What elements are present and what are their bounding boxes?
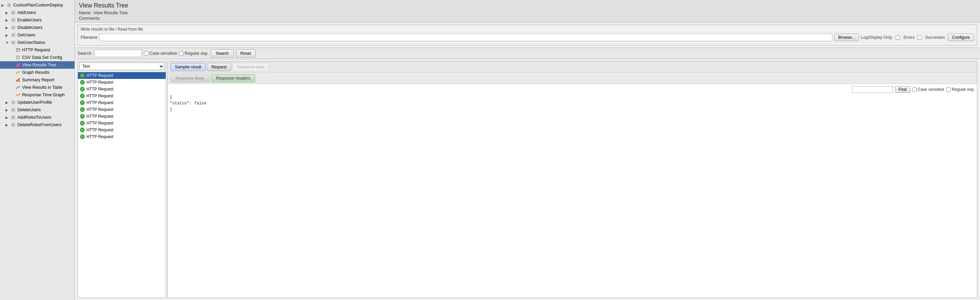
main-content: View Results Tree Name: View Results Tre… [75, 0, 980, 300]
find-case-sensitive-label: Case sensitive [912, 87, 944, 92]
response-content: Find Case sensitive Regular exp. { "stat… [168, 84, 977, 298]
svg-point-14 [13, 117, 14, 118]
request-item[interactable]: ✓HTTP Request [78, 106, 166, 113]
folder-icon [6, 2, 12, 8]
chart4-icon [15, 92, 21, 98]
gear-icon [10, 32, 16, 38]
sidebar-item-csv-data-set[interactable]: CSV Data Set Config [0, 54, 75, 61]
svg-point-0 [8, 5, 10, 6]
sidebar-item-http-request[interactable]: HTTP Request [0, 46, 75, 54]
sidebar-item-get-user-status[interactable]: ▼GetUserStatus [0, 39, 75, 46]
search-input[interactable] [94, 50, 142, 57]
request-item[interactable]: ✓HTTP Request [78, 79, 166, 86]
gear-icon [10, 40, 16, 46]
expand-arrow: ▶ [5, 11, 10, 14]
log-display-label: Log/Display Only: [861, 35, 893, 40]
request-item[interactable]: ✓HTTP Request [78, 113, 166, 120]
sidebar-item-add-roles-to-users[interactable]: ▶AddRolesToUsers [0, 114, 75, 121]
page-title-bar: View Results Tree Name: View Results Tre… [75, 0, 980, 22]
tab-sampler-result[interactable]: Sampler result [170, 63, 205, 71]
file-section: Write results to file / Read from file F… [78, 24, 977, 46]
request-label: HTTP Request [86, 87, 113, 92]
case-sensitive-label: Case sensitive [144, 51, 177, 56]
request-item[interactable]: ✓HTTP Request [78, 120, 166, 127]
filename-input[interactable] [99, 34, 832, 41]
request-label: HTTP Request [86, 80, 113, 85]
sidebar-item-delete-roles-from-users[interactable]: ▶DeleteRolesFromUsers [0, 121, 75, 129]
find-button[interactable]: Find [895, 86, 910, 93]
sidebar-item-get-users[interactable]: ▶GetUsers [0, 31, 75, 39]
find-input[interactable] [852, 86, 893, 93]
sidebar-item-response-time-graph[interactable]: Response Time Graph [0, 91, 75, 98]
comments-label: Comments: [79, 16, 101, 21]
tab-response-data[interactable]: Response data [232, 63, 269, 71]
view-type-select[interactable]: TextHTMLJSONXMLRendered HTML [79, 63, 164, 70]
request-item[interactable]: ✓HTTP Request [78, 86, 166, 92]
gear-icon [10, 122, 16, 128]
sidebar-label: CustosPlanCustomDeploy [13, 3, 63, 8]
browse-button[interactable]: Browse... [834, 34, 859, 41]
request-item[interactable]: ✓HTTP Request [78, 99, 166, 106]
sub-tab-response-headers[interactable]: Response headers [211, 74, 256, 82]
errors-checkbox[interactable] [896, 35, 900, 40]
chart-icon [15, 69, 21, 76]
svg-rect-9 [16, 80, 17, 82]
sidebar-item-enable-users[interactable]: ▶EnableUsers [0, 16, 75, 24]
search-button[interactable]: Search [211, 49, 234, 57]
find-regular-exp-label: Regular exp. [946, 87, 975, 92]
sub-tab-response-body[interactable]: Response Body [170, 74, 210, 82]
sidebar-item-custos-plan[interactable]: ▶CustosPlanCustomDeploy [0, 2, 75, 9]
sidebar-item-add-users[interactable]: ▶AddUsers [0, 9, 75, 16]
sidebar-item-view-results-tree[interactable]: View Results Tree [0, 61, 75, 69]
request-label: HTTP Request [86, 107, 113, 112]
sidebar-label: AddUsers [18, 10, 36, 15]
request-label: HTTP Request [86, 73, 113, 78]
successes-checkbox[interactable] [917, 35, 922, 40]
tab-request[interactable]: Request [207, 63, 231, 71]
sidebar-label: HTTP Request [22, 48, 50, 52]
sidebar-label: DeleteRolesFromUsers [18, 122, 62, 127]
svg-point-13 [13, 109, 14, 111]
request-item[interactable]: ✓HTTP Request [78, 133, 166, 140]
sidebar-item-delete-users[interactable]: ▶DeleteUsers [0, 106, 75, 114]
sidebar-item-graph-results[interactable]: Graph Results [0, 69, 75, 76]
page-title: View Results Tree [79, 2, 976, 9]
success-icon: ✓ [80, 114, 85, 119]
request-item[interactable]: ✓HTTP Request [78, 72, 166, 79]
expand-arrow: ▶ [5, 101, 10, 105]
svg-rect-11 [19, 78, 20, 82]
request-label: HTTP Request [86, 100, 113, 105]
regular-exp-checkbox[interactable] [179, 51, 183, 56]
request-label: HTTP Request [86, 114, 113, 119]
regular-exp-label: Regular exp. [179, 51, 208, 56]
left-panel: TextHTMLJSONXMLRendered HTML ✓HTTP Reque… [78, 61, 166, 298]
svg-point-5 [13, 42, 14, 44]
gear-icon [10, 114, 16, 121]
pink-chart-icon [15, 62, 21, 68]
sidebar-label: View Results in Table [22, 85, 62, 90]
svg-point-15 [13, 124, 14, 126]
svg-rect-8 [19, 63, 20, 67]
svg-point-4 [13, 34, 14, 36]
sidebar-label: CSV Data Set Config [22, 55, 62, 60]
success-icon: ✓ [80, 94, 85, 98]
sidebar-item-update-user-profile[interactable]: ▶UpdateUserProfile [0, 98, 75, 106]
request-item[interactable]: ✓HTTP Request [78, 92, 166, 99]
case-sensitive-checkbox[interactable] [144, 51, 148, 56]
sidebar-label: AddRolesToUsers [18, 115, 51, 120]
expand-arrow: ▼ [5, 41, 10, 44]
sidebar-item-summary-report[interactable]: Summary Report [0, 76, 75, 84]
chart2-icon [15, 77, 21, 83]
gear-icon [10, 99, 16, 105]
expand-arrow: ▶ [5, 33, 10, 37]
request-item[interactable]: ✓HTTP Request [78, 127, 166, 133]
success-icon: ✓ [80, 87, 85, 92]
success-icon: ✓ [80, 107, 85, 112]
sidebar-item-disable-users[interactable]: ▶DisableUsers [0, 24, 75, 31]
configure-button[interactable]: Configure [948, 34, 974, 41]
find-case-sensitive-checkbox[interactable] [912, 87, 917, 92]
sidebar-item-view-results-table[interactable]: View Results in Table [0, 84, 75, 91]
reset-button[interactable]: Reset [236, 49, 255, 57]
find-regular-exp-checkbox[interactable] [946, 87, 951, 92]
expand-arrow: ▶ [5, 26, 10, 30]
